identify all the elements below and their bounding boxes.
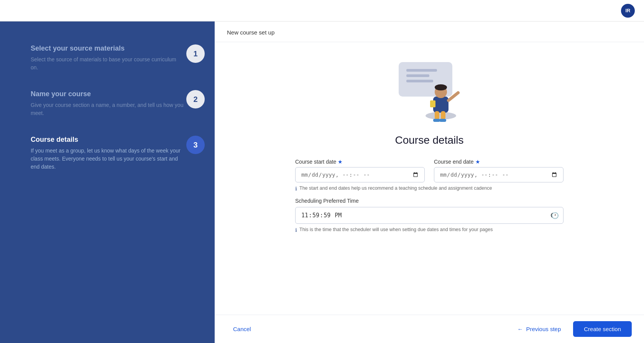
start-date-required: ★ xyxy=(338,159,343,165)
step-3-title: Course details xyxy=(31,136,184,144)
course-details-form: Course start date ★ Course end date ★ xyxy=(295,159,564,239)
section-title: Course details xyxy=(395,134,464,146)
scheduling-time-input[interactable] xyxy=(295,207,564,224)
step-3-item: Course details If you meet as a group, l… xyxy=(31,136,196,171)
step-2-item: Name your course Give your course sectio… xyxy=(31,90,196,117)
step-3-number: 3 xyxy=(186,136,205,154)
start-date-label: Course start date ★ xyxy=(295,159,425,165)
step-1-item: Select your source materials Select the … xyxy=(31,44,196,72)
panel-footer: Cancel ← Previous step Create section xyxy=(215,315,644,343)
step-1-title: Select your source materials xyxy=(31,44,184,53)
svg-rect-8 xyxy=(433,119,440,122)
svg-rect-2 xyxy=(406,74,429,77)
content-panel: New course set up xyxy=(215,21,644,343)
step-2-description: Give your course section a name, a numbe… xyxy=(31,101,184,117)
end-date-field: Course end date ★ xyxy=(434,159,564,182)
create-section-button[interactable]: Create section xyxy=(573,321,632,337)
svg-point-11 xyxy=(435,84,447,90)
panel-body: Course details Course start date ★ xyxy=(215,42,644,315)
date-row: Course start date ★ Course end date ★ xyxy=(295,159,564,182)
time-input-wrapper: 🕐 xyxy=(295,207,564,224)
end-date-label: Course end date ★ xyxy=(434,159,564,165)
main-layout: Select your source materials Select the … xyxy=(0,21,644,343)
arrow-left-icon: ← xyxy=(517,326,523,332)
topbar: IR xyxy=(0,0,644,21)
cancel-button[interactable]: Cancel xyxy=(227,323,257,335)
avatar: IR xyxy=(621,4,635,18)
step-2-title: Name your course xyxy=(31,90,184,98)
panel-title: New course set up xyxy=(227,29,632,36)
footer-right: ← Previous step Create section xyxy=(511,321,632,337)
svg-rect-6 xyxy=(435,111,439,120)
step-1-description: Select the source of materials to base y… xyxy=(31,56,184,72)
scheduling-label: Scheduling Preferred Time xyxy=(295,198,564,204)
svg-rect-1 xyxy=(406,69,437,72)
svg-rect-13 xyxy=(430,100,435,107)
time-hint-icon: ℹ xyxy=(295,227,297,233)
dates-hint: ℹ The start and end dates help us recomm… xyxy=(295,185,564,192)
step-1-number: 1 xyxy=(186,44,205,63)
step-3-description: If you meet as a group, let us know what… xyxy=(31,147,184,171)
previous-step-button[interactable]: ← Previous step xyxy=(511,323,567,335)
svg-rect-7 xyxy=(441,111,445,120)
end-date-input[interactable] xyxy=(434,167,564,182)
dates-hint-icon: ℹ xyxy=(295,186,297,192)
end-date-required: ★ xyxy=(475,159,480,165)
panel-header: New course set up xyxy=(215,21,644,42)
step-2-content: Name your course Give your course sectio… xyxy=(31,90,196,117)
svg-rect-9 xyxy=(439,119,446,122)
step-3-content: Course details If you meet as a group, l… xyxy=(31,136,196,171)
svg-rect-3 xyxy=(406,80,433,82)
start-date-field: Course start date ★ xyxy=(295,159,425,182)
time-hint: ℹ This is the time that the scheduler wi… xyxy=(295,227,564,233)
start-date-input[interactable] xyxy=(295,167,425,182)
step-2-number: 2 xyxy=(186,90,205,108)
course-illustration xyxy=(387,54,472,125)
sidebar: Select your source materials Select the … xyxy=(0,21,215,343)
step-1-content: Select your source materials Select the … xyxy=(31,44,196,72)
